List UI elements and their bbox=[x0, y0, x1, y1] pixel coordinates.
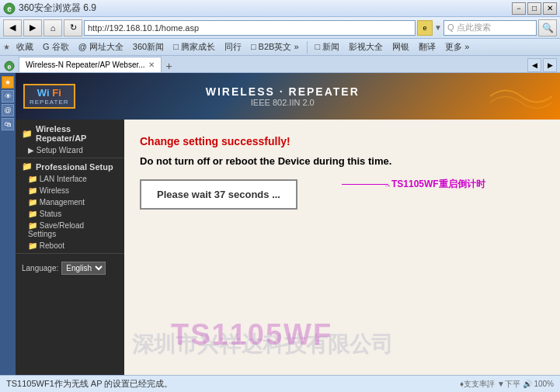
side-shop-icon[interactable]: 🛍 bbox=[2, 118, 14, 130]
sidebar-item-save[interactable]: 📁 Save/Reload Settings bbox=[16, 220, 124, 240]
side-eye-icon[interactable]: 👁 bbox=[2, 90, 14, 102]
browser-icon: e bbox=[3, 2, 16, 15]
header-title-main: WIRELESS · REPEATER bbox=[75, 85, 490, 98]
folder-icon-5: 📁 bbox=[28, 198, 40, 206]
router-body: 📁 Wireless Repeater/AP ▶ Setup Wizard 📁 … bbox=[16, 120, 560, 375]
svg-text:e: e bbox=[7, 5, 12, 13]
sidebar-section-wireless[interactable]: 📁 Wireless Repeater/AP bbox=[16, 123, 124, 144]
refresh-button[interactable]: ↻ bbox=[64, 19, 82, 36]
annotation-container: → TS1105WF重启倒计时 bbox=[342, 178, 485, 191]
wait-text: Please wait 37 seconds ... bbox=[157, 189, 280, 200]
router-page: Wi Fi REPEATER WIRELESS · REPEATER IEEE … bbox=[16, 73, 560, 375]
bookmarks-bar: ★ 收藏 G 谷歌 @ 网址大全 360新闻 □ 腾家成长 同行 □ B2B英文… bbox=[0, 39, 560, 56]
tab-prev-button[interactable]: ◀ bbox=[527, 58, 541, 72]
content-area: ★ 👁 @ 🛍 Wi Fi REPEATER WIRELESS · REPEA bbox=[0, 73, 560, 375]
window-controls: － □ ✕ bbox=[512, 2, 557, 15]
icon-arrow: ▼ bbox=[434, 23, 442, 32]
arrow-icon: ▶ bbox=[28, 146, 37, 154]
address-text: http://192.168.10.1/home.asp bbox=[88, 23, 199, 33]
annotation-line: → bbox=[342, 184, 388, 185]
wifi-repeater-text: REPEATER bbox=[30, 99, 69, 106]
folder-icon-8: 📁 bbox=[28, 241, 40, 250]
wait-box: Please wait 37 seconds ... bbox=[140, 179, 297, 210]
language-dropdown[interactable]: English bbox=[61, 262, 106, 275]
side-star-icon[interactable]: ★ bbox=[2, 76, 14, 88]
header-decoration bbox=[490, 81, 552, 112]
folder-icon: 📁 bbox=[22, 129, 33, 139]
side-icons-panel: ★ 👁 @ 🛍 bbox=[0, 73, 16, 375]
svg-text:e: e bbox=[7, 63, 11, 71]
tab-close-button[interactable]: ✕ bbox=[148, 61, 155, 69]
watermark-container: 深圳市兴祥达科技有限公司 bbox=[132, 330, 393, 359]
sidebar-item-management[interactable]: 📁 Management bbox=[16, 196, 124, 208]
router-header: Wi Fi REPEATER WIRELESS · REPEATER IEEE … bbox=[16, 73, 560, 120]
tab-controls: ◀ ▶ bbox=[527, 58, 557, 72]
sidebar-item-lan[interactable]: 📁 LAN Interface bbox=[16, 173, 124, 185]
language-selector: Language: English bbox=[16, 255, 124, 281]
forward-button[interactable]: ▶ bbox=[23, 19, 42, 36]
bookmark-news[interactable]: □ 新闻 bbox=[312, 40, 343, 54]
sidebar-section-pro[interactable]: 📁 Professional Setup bbox=[16, 160, 124, 173]
folder-icon-6: 📁 bbox=[28, 210, 40, 218]
address-bar[interactable]: http://192.168.10.1/home.asp bbox=[84, 20, 416, 36]
folder-icon-2: 📁 bbox=[22, 161, 33, 172]
success-message: Change setting successfully! bbox=[140, 135, 544, 147]
sidebar-item-wireless[interactable]: 📁 Wireless bbox=[16, 185, 124, 196]
title-bar: e 360安全浏览器 6.9 － □ ✕ bbox=[0, 0, 560, 17]
language-label: Language: bbox=[22, 264, 58, 272]
bookmark-family[interactable]: □ 腾家成长 bbox=[170, 40, 218, 54]
bookmark-peers[interactable]: 同行 bbox=[221, 40, 245, 54]
bookmark-sites[interactable]: @ 网址大全 bbox=[75, 40, 127, 54]
tab-next-button[interactable]: ▶ bbox=[543, 58, 557, 72]
sidebar-item-status[interactable]: 📁 Status bbox=[16, 208, 124, 220]
bookmark-bank[interactable]: 网银 bbox=[389, 40, 412, 54]
header-title: WIRELESS · REPEATER IEEE 802.IIN 2.0 bbox=[75, 85, 490, 107]
status-icons: ♦支支率評 ▼下平 🔊 100% bbox=[460, 379, 554, 390]
toolbar: ◀ ▶ ⌂ ↻ http://192.168.10.1/home.asp e ▼… bbox=[0, 17, 560, 39]
sidebar-item-reboot[interactable]: 📁 Reboot bbox=[16, 240, 124, 252]
bookmark-more[interactable]: 更多 » bbox=[442, 40, 472, 54]
bookmark-b2b[interactable]: □ B2B英文 » bbox=[248, 40, 302, 54]
folder-icon-3: 📁 bbox=[28, 175, 40, 183]
router-sidebar: 📁 Wireless Repeater/AP ▶ Setup Wizard 📁 … bbox=[16, 120, 124, 375]
separator bbox=[307, 41, 308, 54]
minimize-button[interactable]: － bbox=[512, 2, 526, 15]
annotation-text: TS1105WF重启倒计时 bbox=[391, 178, 485, 191]
browser-icon2: e bbox=[417, 20, 433, 36]
watermark-product-container: TS1105WF bbox=[171, 318, 332, 352]
folder-icon-4: 📁 bbox=[28, 186, 40, 195]
bookmark-translate[interactable]: 翻译 bbox=[416, 40, 439, 54]
bookmark-video[interactable]: 影视大全 bbox=[346, 40, 386, 54]
tab-label: Wireless-N Repeater/AP Webser... bbox=[26, 61, 145, 69]
router-main: Change setting successfully! Do not turn… bbox=[124, 120, 560, 375]
watermark-product: TS1105WF bbox=[171, 318, 332, 352]
star-icon: ★ bbox=[3, 43, 10, 51]
folder-icon-7: 📁 bbox=[28, 221, 40, 230]
browser-window: e 360安全浏览器 6.9 － □ ✕ ◀ ▶ ⌂ ↻ http://192.… bbox=[0, 0, 560, 392]
status-right: ♦支支率評 ▼下平 🔊 100% bbox=[460, 379, 554, 390]
back-button[interactable]: ◀ bbox=[3, 19, 22, 36]
new-tab-button[interactable]: + bbox=[162, 60, 177, 72]
new-tab-icon[interactable]: e bbox=[3, 60, 16, 72]
search-placeholder: Q 点此搜索 bbox=[447, 22, 491, 33]
bookmark-google[interactable]: G 谷歌 bbox=[40, 40, 72, 54]
tab-bar: e Wireless-N Repeater/AP Webser... ✕ + ◀… bbox=[0, 56, 560, 73]
sidebar-divider-2 bbox=[16, 253, 124, 254]
close-button[interactable]: ✕ bbox=[543, 2, 557, 15]
wifi-logo: Wi Fi REPEATER bbox=[23, 84, 75, 109]
browser-title: 360安全浏览器 6.9 bbox=[19, 2, 512, 15]
watermark-company: 深圳市兴祥达科技有限公司 bbox=[132, 330, 393, 359]
header-title-sub: IEEE 802.IIN 2.0 bbox=[75, 98, 490, 107]
search-bar[interactable]: Q 点此搜索 bbox=[443, 20, 537, 36]
search-button[interactable]: 🔍 bbox=[538, 19, 557, 36]
bookmark-collect[interactable]: 收藏 bbox=[13, 40, 37, 54]
home-button[interactable]: ⌂ bbox=[43, 19, 62, 36]
maximize-button[interactable]: □ bbox=[527, 2, 541, 15]
status-text: TS1105WF1作为无线 AP 的设置已经完成。 bbox=[6, 378, 172, 390]
side-user-icon[interactable]: @ bbox=[2, 104, 14, 116]
bookmark-360news[interactable]: 360新闻 bbox=[130, 40, 167, 54]
status-bar: TS1105WF1作为无线 AP 的设置已经完成。 ♦支支率評 ▼下平 🔊 10… bbox=[0, 375, 560, 392]
active-tab[interactable]: Wireless-N Repeater/AP Webser... ✕ bbox=[19, 57, 162, 72]
sidebar-item-setup-wizard[interactable]: ▶ Setup Wizard bbox=[16, 144, 124, 156]
warning-message: Do not turn off or reboot the Device dur… bbox=[140, 155, 544, 167]
